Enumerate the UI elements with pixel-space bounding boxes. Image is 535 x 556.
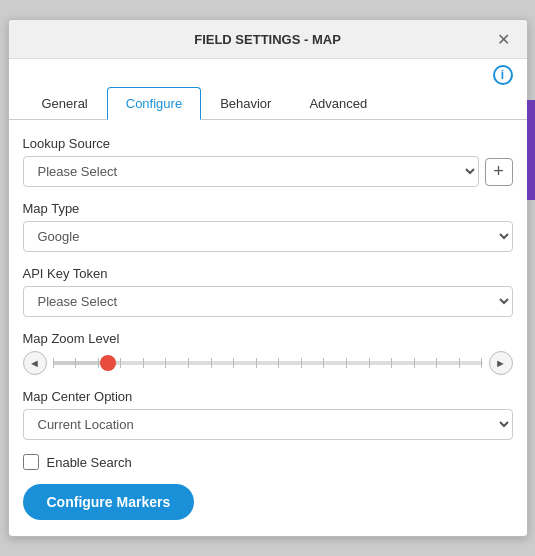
configure-markers-button[interactable]: Configure Markers (23, 484, 195, 520)
configure-markers-label: Configure Markers (47, 494, 171, 510)
api-key-group: API Key Token Please Select (23, 266, 513, 317)
close-icon: ✕ (497, 30, 510, 49)
content-area: Lookup Source Please Select + Map Type G… (9, 120, 527, 536)
app-data-tab[interactable]: ‹ App Data (527, 100, 536, 200)
map-type-group: Map Type Google (23, 201, 513, 252)
api-key-select[interactable]: Please Select (23, 286, 513, 317)
zoom-group: Map Zoom Level ◄ (23, 331, 513, 375)
close-button[interactable]: ✕ (495, 30, 513, 48)
lookup-source-row: Please Select + (23, 156, 513, 187)
center-option-group: Map Center Option Current Location (23, 389, 513, 440)
tab-bar: General Configure Behavior Advanced (9, 87, 527, 120)
enable-search-checkbox[interactable] (23, 454, 39, 470)
lookup-source-label: Lookup Source (23, 136, 513, 151)
zoom-slider-track (53, 361, 483, 365)
window-title: FIELD SETTINGS - MAP (41, 32, 495, 47)
api-key-label: API Key Token (23, 266, 513, 281)
add-lookup-button[interactable]: + (485, 158, 513, 186)
tab-advanced[interactable]: Advanced (290, 87, 386, 120)
map-type-select[interactable]: Google (23, 221, 513, 252)
lookup-source-group: Lookup Source Please Select + (23, 136, 513, 187)
tab-configure[interactable]: Configure (107, 87, 201, 120)
arrow-right-icon: ► (495, 357, 506, 369)
zoom-label: Map Zoom Level (23, 331, 513, 346)
title-bar: FIELD SETTINGS - MAP ✕ (9, 20, 527, 59)
info-button[interactable]: i (493, 65, 513, 85)
zoom-slider-thumb[interactable] (100, 355, 116, 371)
arrow-left-icon: ◄ (29, 357, 40, 369)
lookup-source-select[interactable]: Please Select (23, 156, 479, 187)
zoom-slider-container (53, 351, 483, 375)
center-option-select[interactable]: Current Location (23, 409, 513, 440)
center-option-label: Map Center Option (23, 389, 513, 404)
zoom-decrease-button[interactable]: ◄ (23, 351, 47, 375)
tab-behavior[interactable]: Behavior (201, 87, 290, 120)
enable-search-label: Enable Search (47, 455, 132, 470)
add-icon: + (493, 161, 504, 182)
map-type-label: Map Type (23, 201, 513, 216)
zoom-increase-button[interactable]: ► (489, 351, 513, 375)
zoom-row: ◄ (23, 351, 513, 375)
info-row: i (9, 59, 527, 87)
tab-general[interactable]: General (23, 87, 107, 120)
main-window: FIELD SETTINGS - MAP ✕ i General Configu… (8, 19, 528, 537)
info-icon: i (501, 68, 504, 82)
enable-search-row: Enable Search (23, 454, 513, 470)
